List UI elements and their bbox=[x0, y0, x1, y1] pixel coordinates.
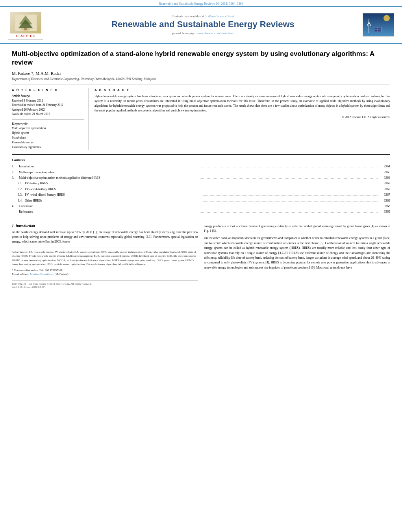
history-label: Article history: bbox=[12, 94, 84, 98]
contents-item-3-4: 3.4. Other HRESs .......................… bbox=[12, 198, 390, 204]
keywords-label: Keywords: bbox=[12, 122, 84, 126]
page-footer: 1364-0321/$ – see front matter © 2012 El… bbox=[12, 280, 198, 289]
contents-title: Contents bbox=[12, 158, 390, 162]
footnotes: Abbreviations: RE, renewable energy; PV,… bbox=[12, 248, 198, 276]
main-header: ELSEVIER Contents lists available at Sci… bbox=[0, 7, 402, 44]
contents-references: References .............................… bbox=[12, 209, 390, 215]
contents-item-3-1: 3.1. PV–battery HRES ...................… bbox=[12, 181, 390, 186]
issn: 1364-0321/$ – see front matter © 2012 El… bbox=[12, 282, 92, 285]
accepted: Accepted 26 February 2012 bbox=[12, 108, 84, 112]
article-title: Multi-objective optimization of a stand-… bbox=[12, 50, 390, 67]
contents-item-3-3: 3.3. PV–wind–diesel–battery HRES .......… bbox=[12, 192, 390, 198]
abstract-label: A B S T R A C T bbox=[94, 88, 390, 92]
received-revised: Received in revised form 24 February 201… bbox=[12, 103, 84, 107]
body-col-left: 1. Introduction As the world energy dema… bbox=[12, 224, 198, 289]
intro-heading: 1. Introduction bbox=[12, 224, 198, 228]
keyword-2: Hybrid system bbox=[12, 131, 84, 135]
article-info-label: A R T I C L E I N F O bbox=[12, 88, 84, 92]
journal-name-top: Renewable and Sustainable Energy Reviews… bbox=[159, 2, 243, 6]
article-info-col: A R T I C L E I N F O Article history: R… bbox=[12, 88, 89, 150]
elsevier-brand-text: ELSEVIER bbox=[10, 34, 41, 38]
journal-header-top: Renewable and Sustainable Energy Reviews… bbox=[0, 0, 402, 7]
article-history: Article history: Received 3 February 201… bbox=[12, 94, 84, 116]
sciverse-link: Contents lists available at SciVerse Sci… bbox=[47, 15, 359, 18]
abbreviations: Abbreviations: RE, renewable energy; PV,… bbox=[12, 250, 198, 267]
abstract-col: A B S T R A C T Hybrid renewable energy … bbox=[94, 88, 390, 150]
svg-point-4 bbox=[21, 28, 30, 31]
intro-para3: On the other hand, an important decision… bbox=[204, 236, 390, 270]
doi: doi:10.1016/j.rser.2012.02.071 bbox=[12, 285, 92, 289]
body-content: 1. Introduction As the world energy dema… bbox=[12, 220, 390, 289]
keyword-4: Renewable energy bbox=[12, 140, 84, 145]
abbrev-text: RE, renewable energy; PV, photovoltaic; … bbox=[12, 250, 196, 266]
copyright: © 2012 Elsevier Ltd. All rights reserved… bbox=[94, 115, 390, 119]
footer-left: 1364-0321/$ – see front matter © 2012 El… bbox=[12, 282, 92, 289]
header-right-logo bbox=[363, 13, 394, 37]
article-info-abstract: A R T I C L E I N F O Article history: R… bbox=[12, 85, 390, 150]
body-col-right: energy producers to look at cleaner form… bbox=[204, 224, 390, 289]
elsevier-logo-image bbox=[10, 12, 41, 33]
intro-para2: energy producers to look at cleaner form… bbox=[204, 224, 390, 234]
homepage-link[interactable]: www.elsevier.com/locate/rser bbox=[196, 32, 234, 35]
elsevier-logo: ELSEVIER bbox=[8, 10, 43, 40]
svg-point-6 bbox=[383, 15, 390, 21]
email-info: E-mail address: Mfadaee@gmail.com (M. Fa… bbox=[12, 272, 198, 276]
authors: M. Fadaee *, M.A.M. Radzi bbox=[12, 71, 390, 76]
abbrev-label: Abbreviations: bbox=[12, 250, 28, 254]
corresponding-author: * Corresponding author. Tel.: +60 172797… bbox=[12, 268, 198, 272]
cover-image-icon bbox=[363, 13, 394, 36]
sciverse-anchor[interactable]: SciVerse ScienceDirect bbox=[205, 15, 234, 18]
contents-item-4: 4. Conclusion ..........................… bbox=[12, 204, 390, 209]
received1: Received 3 February 2012 bbox=[12, 98, 84, 103]
keyword-1: Multi-objective optimization bbox=[12, 126, 84, 131]
header-center: Contents lists available at SciVerse Sci… bbox=[43, 15, 363, 35]
keyword-3: Stand-alone bbox=[12, 135, 84, 140]
abstract-text: Hybrid renewable energy system has been … bbox=[94, 94, 390, 113]
contents-section: Contents 1. Introduction ...............… bbox=[12, 154, 390, 215]
elsevier-tree-icon bbox=[15, 15, 37, 31]
journal-homepage: journal homepage: www.elsevier.com/locat… bbox=[47, 32, 359, 35]
affiliation: Department of Electrical and Electronic … bbox=[12, 77, 390, 81]
keyword-5: Evolutionary algorithms bbox=[12, 145, 84, 150]
contents-item-3-2: 3.2. PV–wind–battery HRES ..............… bbox=[12, 187, 390, 192]
contents-item-2: 2. Multi-objective optimization ........… bbox=[12, 170, 390, 175]
intro-para1: As the world energy demand will increase… bbox=[12, 230, 198, 245]
keywords: Keywords: Multi-objective optimization H… bbox=[12, 122, 84, 150]
journal-cover-image bbox=[363, 13, 394, 37]
divider bbox=[12, 119, 84, 120]
available-online: Available online 29 March 2012 bbox=[12, 112, 84, 116]
journal-title: Renewable and Sustainable Energy Reviews bbox=[47, 19, 359, 30]
contents-item-3: 3. Multi-objective optimization methods … bbox=[12, 175, 390, 181]
article-content: Multi-objective optimization of a stand-… bbox=[0, 44, 402, 295]
contents-item-1: 1. Introduction ........................… bbox=[12, 164, 390, 169]
